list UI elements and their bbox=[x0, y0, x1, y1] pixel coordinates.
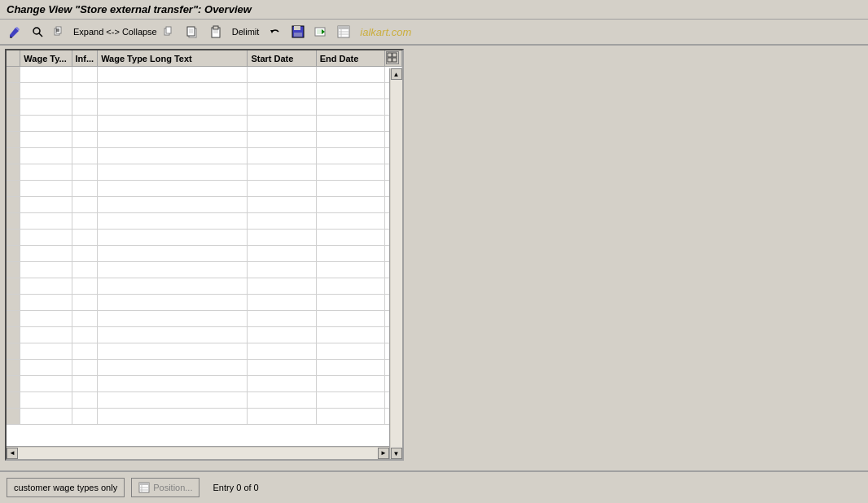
row-selector-cell bbox=[7, 360, 20, 376]
cell-wage-type bbox=[20, 116, 72, 132]
table-row bbox=[7, 262, 402, 278]
row-selector-cell bbox=[7, 67, 20, 83]
cell-start-date bbox=[248, 278, 316, 295]
cell-start-date bbox=[248, 343, 316, 360]
cell-long-text bbox=[98, 262, 248, 278]
cell-long-text bbox=[98, 343, 248, 360]
entry-count: Entry 0 of 0 bbox=[213, 483, 258, 492]
cell-end-date bbox=[316, 132, 384, 148]
table-row bbox=[7, 132, 402, 148]
row-selector-cell bbox=[7, 164, 20, 181]
cell-start-date bbox=[248, 148, 316, 164]
table-row bbox=[7, 181, 402, 197]
table-settings-col-header[interactable] bbox=[384, 50, 401, 67]
cell-start-date bbox=[248, 213, 316, 230]
cell-inf bbox=[72, 343, 98, 360]
table-row bbox=[7, 360, 402, 376]
cell-start-date bbox=[248, 83, 316, 99]
row-selector-cell bbox=[7, 148, 20, 164]
svg-rect-23 bbox=[294, 33, 302, 37]
find-icon-btn[interactable] bbox=[28, 24, 47, 40]
cell-end-date bbox=[316, 262, 384, 278]
table-row bbox=[7, 409, 402, 425]
cell-wage-type bbox=[20, 311, 72, 327]
cell-inf bbox=[72, 246, 98, 262]
cell-inf bbox=[72, 327, 98, 343]
row-selector-cell bbox=[7, 213, 20, 230]
position-btn[interactable]: Position... bbox=[131, 478, 199, 497]
delimit-btn[interactable]: Delimit bbox=[229, 25, 263, 38]
table-row bbox=[7, 376, 402, 392]
cell-inf bbox=[72, 164, 98, 181]
cell-wage-type bbox=[20, 83, 72, 99]
row-selector-cell bbox=[7, 392, 20, 409]
undo-btn[interactable] bbox=[265, 24, 285, 40]
cell-start-date bbox=[248, 246, 316, 262]
svg-rect-35 bbox=[392, 58, 397, 62]
horizontal-scrollbar[interactable]: ◄ ► bbox=[7, 446, 389, 459]
cell-wage-type bbox=[20, 343, 72, 360]
row-selector-cell bbox=[7, 343, 20, 360]
table-row bbox=[7, 311, 402, 327]
toolbar: Expand <-> Collapse Delimit bbox=[0, 20, 868, 46]
export-btn[interactable] bbox=[311, 24, 331, 40]
cell-end-date bbox=[316, 392, 384, 409]
cell-end-date bbox=[316, 343, 384, 360]
cell-end-date bbox=[316, 246, 384, 262]
svg-rect-22 bbox=[294, 26, 300, 30]
cell-end-date bbox=[316, 278, 384, 295]
undo-icon bbox=[269, 25, 282, 38]
row-selector-cell bbox=[7, 230, 20, 246]
cell-end-date bbox=[316, 116, 384, 132]
scroll-left-btn[interactable]: ◄ bbox=[7, 448, 18, 459]
cell-inf bbox=[72, 99, 98, 116]
table-row bbox=[7, 230, 402, 246]
expand-btn[interactable] bbox=[50, 24, 70, 40]
cell-long-text bbox=[98, 376, 248, 392]
table-row bbox=[7, 197, 402, 213]
find-icon bbox=[31, 25, 44, 38]
table-row bbox=[7, 213, 402, 230]
cell-long-text bbox=[98, 278, 248, 295]
cell-start-date bbox=[248, 116, 316, 132]
col-header-end-date: End Date bbox=[316, 50, 384, 67]
title-bar: Change View "Store external transfer": O… bbox=[0, 0, 868, 20]
cell-wage-type bbox=[20, 295, 72, 311]
pencil-icon bbox=[8, 25, 21, 38]
cell-long-text bbox=[98, 116, 248, 132]
cell-end-date bbox=[316, 409, 384, 425]
cell-inf bbox=[72, 311, 98, 327]
collapse-btn[interactable] bbox=[160, 24, 180, 40]
cell-start-date bbox=[248, 295, 316, 311]
customer-wage-types-btn[interactable]: customer wage types only bbox=[7, 478, 125, 497]
copy-btn[interactable] bbox=[183, 24, 203, 40]
table-row bbox=[7, 164, 402, 181]
cell-inf bbox=[72, 181, 98, 197]
cell-start-date bbox=[248, 360, 316, 376]
save-icon1 bbox=[292, 25, 305, 38]
data-table: Wage Ty... Inf... Wage Type Long Text St… bbox=[7, 50, 402, 425]
table-row bbox=[7, 246, 402, 262]
export-icon bbox=[314, 25, 327, 38]
row-selector-cell bbox=[7, 311, 20, 327]
svg-rect-10 bbox=[166, 27, 171, 33]
cell-inf bbox=[72, 295, 98, 311]
paste-btn[interactable] bbox=[206, 24, 226, 40]
settings-btn[interactable] bbox=[334, 24, 353, 40]
edit-icon-btn[interactable] bbox=[5, 24, 24, 40]
scroll-right-btn[interactable]: ► bbox=[378, 448, 389, 459]
position-icon bbox=[138, 482, 150, 493]
table-settings-icon[interactable] bbox=[386, 51, 399, 64]
cell-long-text bbox=[98, 67, 248, 83]
scroll-down-btn[interactable]: ▼ bbox=[391, 448, 402, 459]
scroll-track bbox=[391, 80, 402, 448]
row-selector-cell bbox=[7, 83, 20, 99]
cell-start-date bbox=[248, 311, 316, 327]
scroll-up-btn[interactable]: ▲ bbox=[391, 68, 402, 80]
cell-long-text bbox=[98, 83, 248, 99]
cell-inf bbox=[72, 67, 98, 83]
row-selector-cell bbox=[7, 99, 20, 116]
vertical-scrollbar[interactable]: ▲ ▼ bbox=[389, 68, 402, 459]
save-btn1[interactable] bbox=[288, 24, 308, 40]
table-row bbox=[7, 392, 402, 409]
